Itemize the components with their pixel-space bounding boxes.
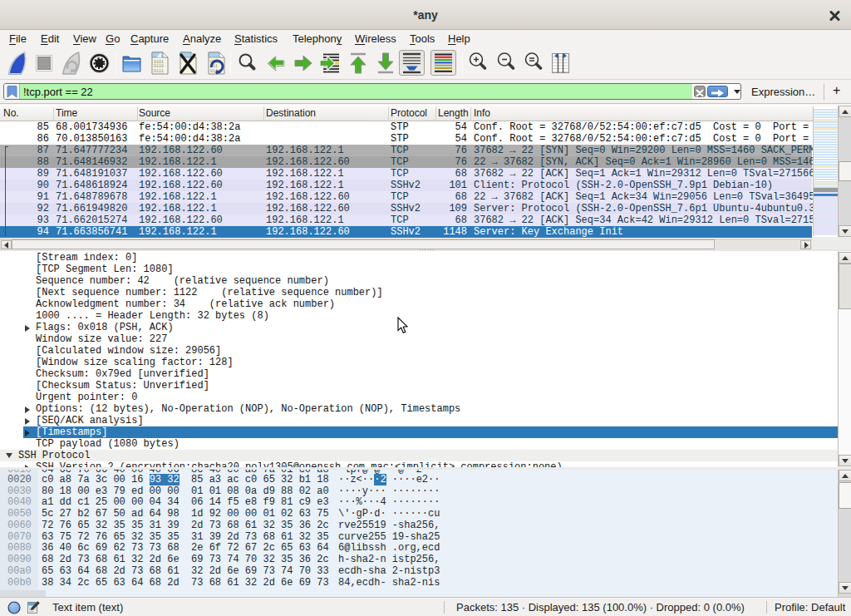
svg-text:0111: 0111 bbox=[154, 69, 164, 74]
